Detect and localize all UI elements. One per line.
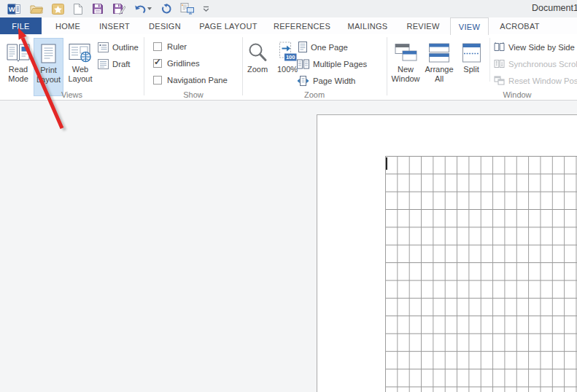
ruler-label: Ruler <box>167 42 187 51</box>
multiple-pages-button[interactable]: Multiple Pages <box>297 58 367 70</box>
synchronous-scrolling-button: Synchronous Scrolling <box>494 58 577 70</box>
multiple-pages-label: Multiple Pages <box>313 60 367 68</box>
print-layout-label-line1: Print <box>34 66 63 75</box>
ribbon-tab-row: FILE HOME INSERT DESIGN PAGE LAYOUT REFE… <box>0 17 577 34</box>
view-side-by-side-icon <box>494 42 505 52</box>
ruler-checkbox[interactable] <box>153 42 162 51</box>
navigation-pane-checkbox-row[interactable]: Navigation Pane <box>153 74 228 86</box>
synchronous-scrolling-icon <box>494 59 505 68</box>
zoom-button[interactable]: Zoom <box>244 38 271 96</box>
tab-view[interactable]: VIEW <box>450 17 489 35</box>
zoom-icon <box>244 38 271 65</box>
tab-review[interactable]: REVIEW <box>400 17 446 34</box>
split-label: Split <box>458 65 484 74</box>
word-window: { "window_title": "Document1", "qat": { … <box>0 0 577 392</box>
draft-icon <box>98 59 109 69</box>
navigation-pane-checkbox[interactable] <box>153 76 162 85</box>
show-group-label: Show <box>144 90 242 99</box>
gridlines-label: Gridlines <box>167 59 200 68</box>
read-mode-label-line2: Mode <box>4 74 33 84</box>
touch-mode-icon[interactable] <box>176 1 198 17</box>
read-mode-label-line1: Read <box>4 65 33 74</box>
new-window-label-line1: New <box>390 65 421 74</box>
tab-home[interactable]: HOME <box>51 17 85 34</box>
gridlines-checkbox-row[interactable]: ✓ Gridlines <box>153 58 200 69</box>
views-group-label: Views <box>0 90 144 99</box>
read-mode-icon <box>4 38 33 65</box>
split-icon <box>458 38 484 65</box>
ruler-checkbox-row[interactable]: Ruler <box>153 41 187 52</box>
view-side-by-side-button[interactable]: View Side by Side <box>494 41 575 53</box>
favorites-icon[interactable] <box>47 1 69 17</box>
new-window-label-line2: Window <box>390 74 421 84</box>
reset-window-position-label: Reset Window Position <box>508 77 577 85</box>
undo-dropdown-icon[interactable] <box>147 7 152 10</box>
draft-label: Draft <box>112 60 130 68</box>
customize-quick-access-toolbar-icon[interactable] <box>198 1 214 17</box>
svg-text:W: W <box>9 5 15 13</box>
draft-button[interactable]: Draft <box>98 58 130 70</box>
save-icon[interactable] <box>88 1 108 17</box>
tab-page-layout[interactable]: PAGE LAYOUT <box>194 17 263 34</box>
zoom-label: Zoom <box>244 65 271 74</box>
page-width-icon <box>297 76 309 86</box>
outline-label: Outline <box>112 43 139 52</box>
page-width-button[interactable]: Page Width <box>297 74 355 87</box>
reset-window-position-button: Reset Window Position <box>494 74 577 87</box>
group-separator <box>144 37 144 95</box>
print-layout-icon <box>34 39 63 66</box>
tab-references[interactable]: REFERENCES <box>269 17 335 34</box>
one-page-icon <box>298 42 307 52</box>
tab-mailings[interactable]: MAILINGS <box>342 17 393 34</box>
web-layout-button[interactable]: Web Layout <box>64 38 96 96</box>
open-icon[interactable] <box>26 1 47 17</box>
web-layout-label-line2: Layout <box>64 74 96 84</box>
print-layout-label-line2: Layout <box>34 75 63 85</box>
title-bar: W <box>0 0 577 17</box>
zoom-group-label: Zoom <box>242 90 387 99</box>
word-logo-icon[interactable]: W <box>3 1 26 17</box>
one-page-label: One Page <box>311 43 348 52</box>
group-separator <box>242 37 243 95</box>
tab-acrobat[interactable]: ACROBAT <box>493 17 546 34</box>
gridlines-checkmark: ✓ <box>154 57 161 67</box>
svg-text:100: 100 <box>286 54 295 60</box>
tab-insert[interactable]: INSERT <box>96 17 133 34</box>
new-window-icon <box>390 38 421 65</box>
print-layout-button[interactable]: Print Layout <box>34 38 63 96</box>
reset-window-position-icon <box>494 76 505 85</box>
group-separator <box>489 38 490 82</box>
read-mode-button[interactable]: Read Mode <box>4 38 33 96</box>
document-workspace <box>0 101 577 392</box>
group-separator <box>387 37 387 95</box>
outline-icon <box>98 42 109 52</box>
save-as-icon[interactable] <box>108 1 130 17</box>
web-layout-icon <box>64 38 96 65</box>
new-document-icon[interactable] <box>69 1 88 17</box>
text-cursor <box>386 157 387 170</box>
gridlines-checkbox[interactable]: ✓ <box>153 59 162 68</box>
quick-access-toolbar: W <box>3 0 214 17</box>
undo-icon[interactable] <box>130 1 156 17</box>
split-button[interactable]: Split <box>458 38 484 96</box>
web-layout-label-line1: Web <box>64 65 96 74</box>
document-title: Document1 <box>532 3 577 13</box>
arrange-all-label-line2: All <box>422 74 456 84</box>
arrange-all-label-line1: Arrange <box>422 65 456 74</box>
multiple-pages-icon <box>297 59 309 69</box>
synchronous-scrolling-label: Synchronous Scrolling <box>508 60 577 68</box>
tab-file[interactable]: FILE <box>0 17 42 34</box>
window-group-label: Window <box>492 90 543 99</box>
page-width-label: Page Width <box>313 77 355 85</box>
outline-button[interactable]: Outline <box>98 41 139 53</box>
document-page[interactable] <box>317 114 577 392</box>
document-gridlines <box>385 156 577 392</box>
navigation-pane-label: Navigation Pane <box>167 76 228 85</box>
arrange-all-button[interactable]: Arrange All <box>422 38 456 96</box>
arrange-all-icon <box>422 38 456 65</box>
redo-icon[interactable] <box>156 1 176 17</box>
ribbon: Read Mode Print Layout Web Layout <box>0 34 577 101</box>
one-page-button[interactable]: One Page <box>298 41 348 53</box>
tab-design[interactable]: DESIGN <box>146 17 184 34</box>
new-window-button[interactable]: New Window <box>390 38 421 96</box>
